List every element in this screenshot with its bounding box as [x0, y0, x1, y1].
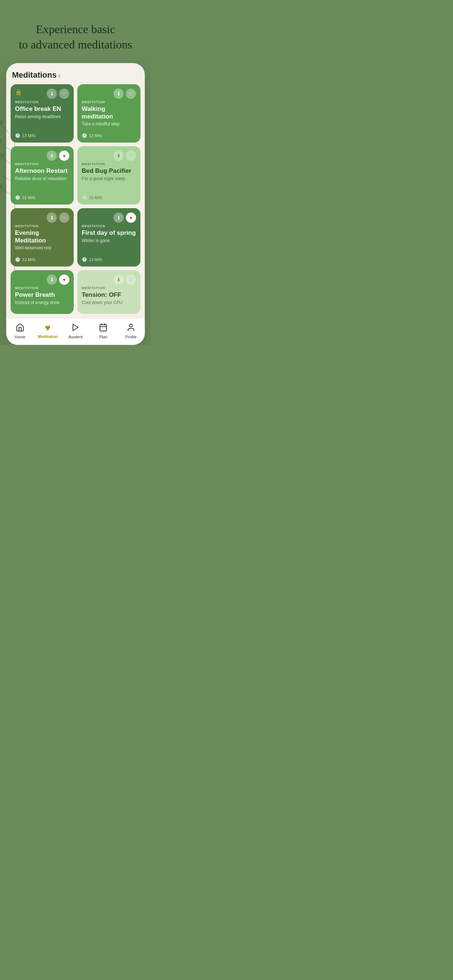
heart-btn-tension[interactable]: ♡	[126, 275, 136, 285]
card-bedbug[interactable]: ⬇ ♡ MEDITATION Bed Bug Pacifier For a go…	[77, 146, 140, 205]
nav-label-meditation: Meditation	[38, 334, 58, 339]
download-btn-walking[interactable]: ⬇	[113, 89, 124, 99]
card-content-afternoon: MEDITATION Afternoon Restart Reliable do…	[15, 162, 69, 195]
card-afternoon[interactable]: ⬇ ♥ MEDITATION Afternoon Restart Reliabl…	[11, 146, 74, 205]
card-title-office: Office break EN	[15, 105, 69, 113]
card-top-power: ⬇ ♥	[15, 275, 69, 285]
card-title-spring: First day of spring	[82, 229, 136, 237]
card-content-bedbug: MEDITATION Bed Bug Pacifier For a good n…	[82, 162, 136, 195]
duration-text-office: 13 MIN	[22, 134, 35, 138]
clock-icon-spring: 🕐	[82, 257, 87, 262]
card-duration-evening: 🕐 13 MIN	[15, 257, 69, 262]
download-btn-office[interactable]: ⬇	[47, 89, 57, 99]
heart-btn-afternoon[interactable]: ♥	[59, 151, 69, 161]
clock-icon-bedbug: 🕐	[82, 195, 87, 200]
download-btn-afternoon[interactable]: ⬇	[47, 151, 57, 161]
card-content-spring: MEDITATION First day of spring Winter is…	[82, 224, 136, 257]
card-title-walking: Walking meditation	[82, 105, 136, 120]
card-title-power: Power Breath	[15, 291, 69, 299]
clock-icon-afternoon: 🕐	[15, 195, 21, 200]
download-btn-tension[interactable]: ⬇	[113, 275, 124, 285]
duration-text-bedbug: 15 MIN	[89, 196, 102, 200]
card-type-afternoon: MEDITATION	[15, 162, 69, 166]
card-content-tension: MEDITATION Tension: OFF Cool down your C…	[82, 286, 136, 310]
card-title-evening: Evening Meditation	[15, 229, 69, 244]
heart-btn-spring[interactable]: ♥	[126, 213, 136, 223]
card-type-evening: MEDITATION	[15, 224, 69, 228]
card-duration-bedbug: 🕐 15 MIN	[82, 195, 136, 200]
heart-btn-office[interactable]: ♡	[59, 89, 69, 99]
card-subtitle-office: Relax among deadlines	[15, 114, 69, 119]
profile-icon	[126, 323, 135, 333]
card-type-spring: MEDITATION	[82, 224, 136, 228]
card-subtitle-walking: Take a mindful step	[82, 121, 136, 127]
nav-item-plan[interactable]: Plan	[92, 323, 114, 339]
card-type-walking: MEDITATION	[82, 100, 136, 104]
card-top-tension: ⬇ ♡	[82, 275, 136, 285]
nav-item-meditation[interactable]: ♥ Meditation	[37, 323, 59, 339]
duration-text-walking: 13 MIN	[89, 134, 102, 138]
card-subtitle-power: Instead of energy drink	[15, 300, 69, 305]
card-content-power: MEDITATION Power Breath Instead of energ…	[15, 286, 69, 310]
nav-item-home[interactable]: Home	[9, 323, 31, 339]
card-duration-afternoon: 🕐 15 MIN	[15, 195, 69, 200]
svg-point-7	[0, 137, 3, 145]
nav-label-asistent: Asistent	[68, 335, 83, 339]
download-btn-bedbug[interactable]: ⬇	[113, 151, 124, 161]
card-subtitle-spring: Winter is gone	[82, 238, 136, 243]
plan-icon	[99, 323, 108, 333]
duration-text-evening: 13 MIN	[22, 258, 35, 262]
meditation-icon: ♥	[45, 323, 50, 333]
nav-label-plan: Plan	[99, 335, 107, 339]
card-office-break[interactable]: 🔒 ⬇ ♡ MEDITATION Office break EN Relax a…	[11, 84, 74, 143]
card-title-bedbug: Bed Bug Pacifier	[82, 167, 136, 175]
download-btn-evening[interactable]: ⬇	[47, 213, 57, 223]
meditations-count: 8	[58, 73, 61, 79]
card-duration-office: 🕐 13 MIN	[15, 133, 69, 138]
svg-point-6	[0, 119, 4, 127]
card-top-afternoon: ⬇ ♥	[15, 151, 69, 161]
card-title-afternoon: Afternoon Restart	[15, 167, 69, 175]
card-top-walking: ⬇ ♡	[82, 89, 136, 99]
card-spring[interactable]: ⬇ ♥ MEDITATION First day of spring Winte…	[77, 208, 140, 267]
card-content-walking: MEDITATION Walking meditation Take a min…	[82, 100, 136, 133]
svg-point-10	[0, 184, 3, 190]
card-duration-spring: 🕐 13 MIN	[82, 257, 136, 262]
card-type-tension: MEDITATION	[82, 286, 136, 290]
card-type-office: MEDITATION	[15, 100, 69, 104]
duration-text-afternoon: 15 MIN	[22, 196, 35, 200]
card-power-breath[interactable]: ⬇ ♥ MEDITATION Power Breath Instead of e…	[11, 270, 74, 314]
card-subtitle-bedbug: For a good night sleep	[82, 176, 136, 181]
duration-text-spring: 13 MIN	[89, 258, 102, 262]
card-content-office: MEDITATION Office break EN Relax among d…	[15, 100, 69, 133]
clock-icon-office: 🕐	[15, 133, 21, 138]
card-evening[interactable]: ⬇ ♡ MEDITATION Evening Meditation Well-d…	[11, 208, 74, 267]
card-walking[interactable]: ⬇ ♡ MEDITATION Walking meditation Take a…	[77, 84, 140, 143]
heart-btn-evening[interactable]: ♡	[59, 213, 69, 223]
heart-btn-power[interactable]: ♥	[59, 275, 69, 285]
heart-btn-walking[interactable]: ♡	[126, 89, 136, 99]
card-subtitle-afternoon: Reliable dose of relaxation	[15, 176, 69, 181]
nav-item-profile[interactable]: Profile	[120, 323, 142, 339]
download-btn-power[interactable]: ⬇	[47, 275, 57, 285]
nav-label-profile: Profile	[125, 335, 136, 339]
lock-icon: 🔒	[15, 89, 22, 95]
heart-btn-bedbug[interactable]: ♡	[126, 151, 136, 161]
hero-title: Experience basic to advanced meditations	[4, 0, 147, 63]
clock-icon-walking: 🕐	[82, 133, 87, 138]
home-icon	[16, 323, 24, 333]
nav-item-asistent[interactable]: Asistent	[65, 323, 86, 339]
asistent-icon	[71, 323, 80, 333]
card-subtitle-evening: Well-deserved rest	[15, 245, 69, 250]
card-content-evening: MEDITATION Evening Meditation Well-deser…	[15, 224, 69, 257]
card-title-tension: Tension: OFF	[82, 291, 136, 299]
card-tension[interactable]: ⬇ ♡ MEDITATION Tension: OFF Cool down yo…	[77, 270, 140, 314]
card-top-spring: ⬇ ♥	[82, 213, 136, 223]
card-top-office: ⬇ ♡	[15, 89, 69, 99]
clock-icon-evening: 🕐	[15, 257, 21, 262]
card-top-bedbug: ⬇ ♡	[82, 151, 136, 161]
svg-point-8	[0, 153, 5, 159]
card-top-evening: ⬇ ♡	[15, 213, 69, 223]
card-duration-walking: 🕐 13 MIN	[82, 133, 136, 138]
download-btn-spring[interactable]: ⬇	[113, 213, 124, 223]
